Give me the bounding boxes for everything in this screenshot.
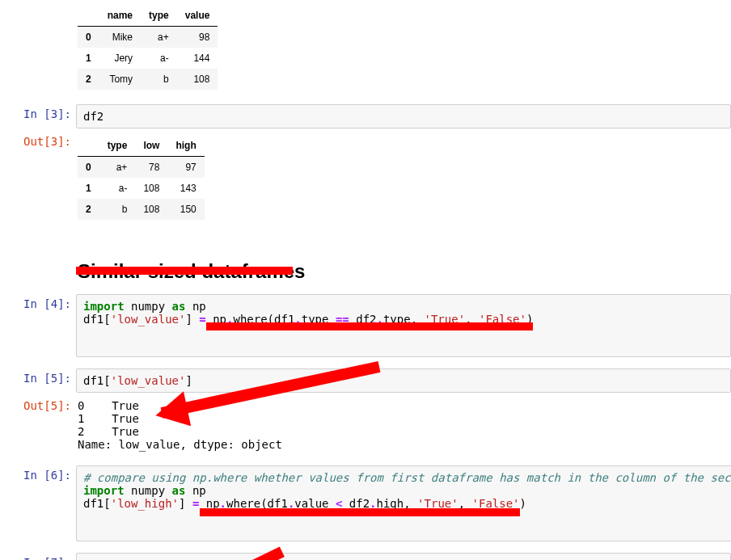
col-header: name <box>99 5 141 27</box>
table-row: 0 Mike a+ 98 <box>78 27 218 48</box>
col-header: type <box>99 135 136 157</box>
col-header: type <box>141 5 177 27</box>
code-text: df2 <box>83 110 104 123</box>
annotation-underline-1 <box>76 267 293 275</box>
cell-out5: Out[5]: 0 True 1 True 2 True Name: low_v… <box>0 394 731 456</box>
table-row: 1 a- 108 143 <box>78 178 205 199</box>
cell-out3: Out[3]: type low high 0 a+ 78 9 <box>0 130 731 225</box>
prompt-out5: Out[5]: <box>0 396 76 412</box>
prompt-in7: In [7]: <box>0 553 76 560</box>
table-row: 0 a+ 78 97 <box>78 157 205 179</box>
cell-in5: In [5]: df1['low_value'] <box>0 367 731 394</box>
prompt-out3: Out[3]: <box>0 132 76 148</box>
code-cell-5[interactable]: df1['low_value'] <box>76 368 731 393</box>
annotation-underline-3 <box>200 508 520 516</box>
df1-table: name type value 0 Mike a+ 98 1 Jery <box>78 5 218 90</box>
col-header: high <box>167 135 204 157</box>
code-cell-3[interactable]: df2 <box>76 104 731 128</box>
cell-in3: In [3]: df2 <box>0 103 731 130</box>
cell-in7: In [7]: df1['low_high'] <box>0 551 731 560</box>
prompt-in3: In [3]: <box>0 104 76 120</box>
prompt-in6: In [6]: <box>0 465 76 482</box>
code-cell-4[interactable]: import numpy as np df1['low_value'] = np… <box>76 294 731 357</box>
markdown-cell: Similar sized dataframes <box>0 239 731 288</box>
code-cell-6[interactable]: # compare using np.where whether values … <box>76 465 731 541</box>
prompt-in4: In [4]: <box>0 294 76 310</box>
prompt-in5: In [5]: <box>0 368 76 385</box>
df2-table: type low high 0 a+ 78 97 1 a- <box>78 135 205 220</box>
output-df1: name type value 0 Mike a+ 98 1 Jery <box>0 0 731 95</box>
table-row: type low high <box>78 135 205 157</box>
table-row: 2 b 108 150 <box>78 199 205 220</box>
annotation-underline-2 <box>206 322 533 331</box>
notebook: name type value 0 Mike a+ 98 1 Jery <box>0 0 731 560</box>
table-row: 2 Tomy b 108 <box>78 69 218 90</box>
cell-in6: In [6]: # compare using np.where whether… <box>0 464 731 543</box>
prompt-blank <box>0 2 76 18</box>
cell-in4: In [4]: import numpy as np df1['low_valu… <box>0 293 731 359</box>
table-row: name type value <box>78 5 218 27</box>
prompt-blank <box>0 241 76 257</box>
col-header: low <box>135 135 167 157</box>
col-header: value <box>177 5 218 27</box>
table-row: 1 Jery a- 144 <box>78 48 218 69</box>
code-cell-7[interactable]: df1['low_high'] <box>76 553 731 560</box>
